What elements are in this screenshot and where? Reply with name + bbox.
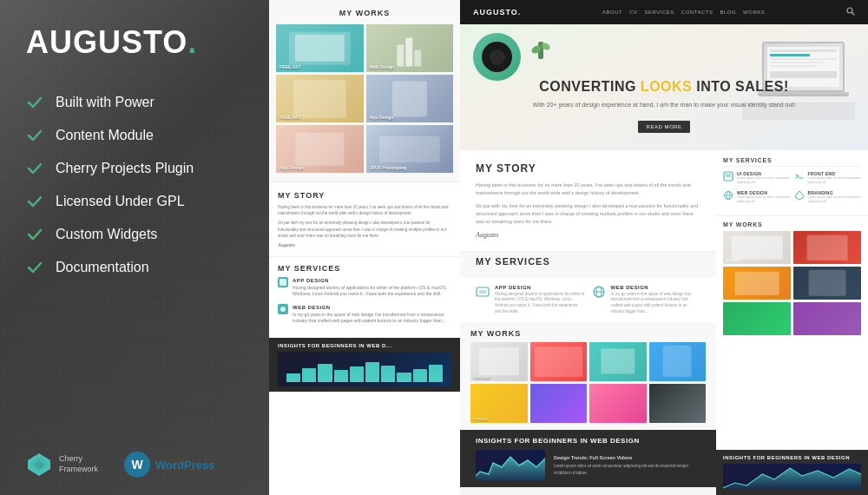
insights-content: Design Trends: Full Screen Videos Lorem … [476, 450, 700, 480]
web-design-icon [592, 285, 606, 299]
service-item-ui: UI DESIGN Lorem ipsum dolor sit amet con… [723, 171, 791, 186]
left-panel: AUGUSTO. Built with Power Content Modul [0, 0, 269, 495]
ui-design-icon [723, 171, 733, 182]
feature-label: Custom Widgets [56, 227, 157, 242]
story-right-section: MY STORY Having been in this business fo… [460, 150, 716, 251]
feature-item: Custom Widgets [26, 226, 243, 243]
mwrb-item [723, 267, 791, 300]
services-col-1: UI DESIGN Lorem ipsum dolor sit amet con… [723, 171, 791, 208]
frontend-desc: Lorem ipsum dolor sit amet consectetur a… [808, 176, 862, 186]
feature-label: Content Module [56, 128, 154, 143]
hero-cta-button[interactable]: READ MORE [638, 121, 691, 133]
work-label: App Design [370, 115, 394, 120]
check-icon [26, 259, 43, 276]
feature-item: Cherry Projects Plugin [26, 160, 243, 177]
hero-headline-text2: INTO SALES! [692, 79, 789, 94]
nav-link-services[interactable]: SERVICES [645, 10, 674, 15]
feature-label: Cherry Projects Plugin [56, 161, 194, 176]
work-right-label: FREE ART [474, 375, 491, 380]
insights-body: Lorem ipsum dolor sit amet consectetur a… [554, 464, 688, 474]
work-label: FREE ART [279, 115, 301, 120]
svg-rect-3 [279, 279, 286, 286]
services-mini-right: APP DESIGN Having designed dozens of app… [460, 278, 716, 322]
service-mini-item: APP DESIGN Having designed dozens of app… [278, 277, 451, 298]
mwrb-item [793, 231, 861, 264]
search-icon[interactable] [846, 7, 855, 17]
hero-headline-text1: CONVERTING [539, 79, 641, 94]
work-item: FREE ART [276, 75, 364, 122]
mwrb-item [723, 302, 791, 335]
story-body-1: Having been in this business for more th… [278, 204, 451, 216]
service-web-name: WEB DESIGN [611, 285, 701, 290]
services-mini-title: MY SERVICES [278, 264, 451, 273]
my-services-items: UI DESIGN Lorem ipsum dolor sit amet con… [723, 171, 861, 208]
right-main-content: MY STORY Having been in this business fo… [460, 150, 868, 495]
my-works-right-box: MY WORKS STYLES [716, 216, 868, 450]
insights-subtitle: Design Trends: Full Screen Videos [554, 454, 700, 462]
work-label: App Design [279, 165, 304, 170]
work-right-item [530, 342, 588, 381]
bottom-logos: Cherry Framework W WordPress [26, 452, 243, 478]
insights-bottom-right: INSIGHTS FOR BEGINNERS IN WEB DESIGN [716, 450, 868, 495]
svg-rect-8 [479, 290, 486, 294]
wordpress-logo: W WordPress [124, 452, 214, 478]
work-label: FREE ART [279, 64, 301, 69]
insights-section: INSIGHTS FOR BEGINNERS IN WEB DESIGN [460, 430, 716, 487]
cherry-name: Cherry Framework [59, 454, 98, 474]
feature-label: Documentation [56, 260, 149, 275]
coffee-cup-decoration [473, 33, 521, 81]
service-item-web: WEB DESIGN Lorem ipsum dolor sit amet co… [723, 190, 791, 205]
works-section: MY WORKS FREE ART Web Design [269, 0, 460, 182]
story-body-2: On par with my love for an extremely ple… [476, 202, 700, 227]
mwrb-item [793, 302, 861, 335]
story-heading: MY STORY [476, 162, 700, 175]
svg-marker-18 [795, 191, 804, 200]
app-design-icon [278, 277, 288, 287]
logo-name: AUGUSTO [26, 24, 187, 60]
work-item: Web Design [366, 24, 454, 72]
hero-text-area: CONVERTING LOOKS INTO SALES! With 20+ ye… [460, 79, 868, 133]
svg-line-6 [852, 13, 854, 16]
my-works-right-title: MY WORKS [723, 221, 861, 228]
services-col-2: FRONT END Lorem ipsum dolor sit amet con… [794, 171, 862, 208]
check-icon [26, 94, 43, 111]
nav-link-cv[interactable]: CV [629, 10, 637, 15]
work-item: App Design [366, 75, 454, 122]
feature-label: Licensed Under GPL [56, 194, 185, 209]
nav-link-about[interactable]: ABOUT [602, 10, 622, 15]
service-app-name: APP DESIGN [495, 285, 585, 290]
works-right-title: MY WORKS [470, 329, 706, 338]
ibr-chart [723, 464, 861, 490]
nav-link-contacts[interactable]: CONTACTS [681, 10, 713, 15]
work-item: UI/UX Prototyping [366, 125, 454, 173]
svg-point-4 [280, 307, 286, 312]
site-nav: AUGUSTO. ABOUT CV SERVICES CONTACTS BLOG… [460, 0, 868, 24]
service-app-desc: Having designed dozens of applications f… [495, 292, 585, 315]
work-right-item [589, 384, 647, 423]
cherry-framework-logo: Cherry Framework [26, 452, 98, 478]
service-item-branding: BRANDING Lorem ipsum dolor sit amet cons… [794, 190, 862, 205]
nav-link-works[interactable]: WORKS [743, 10, 765, 15]
work-right-item: FREE ART [470, 342, 528, 381]
web-design-small-icon [723, 190, 733, 201]
nav-link-blog[interactable]: BLOG [720, 10, 736, 15]
wp-icon: W [124, 452, 150, 478]
service-mini-item: WEB DESIGN In my go years in the space o… [278, 304, 451, 325]
check-icon [26, 226, 43, 243]
work-right-item [530, 384, 588, 423]
check-icon [26, 193, 43, 210]
my-services-box: MY SERVICES [716, 150, 868, 216]
works-right-grid: FREE ART [470, 342, 706, 423]
logo-dot: . [187, 24, 197, 60]
story-body-1: Having been in this business for no more… [476, 182, 700, 198]
hero-section: CONVERTING LOOKS INTO SALES! With 20+ ye… [460, 24, 868, 150]
check-icon [26, 160, 43, 177]
cherry-diamond-icon [26, 452, 52, 478]
service-card-app: APP DESIGN Having designed dozens of app… [476, 285, 585, 315]
service-mini-text: APP DESIGN Having designed dozens of app… [293, 277, 451, 298]
services-heading: MY SERVICES [476, 256, 700, 267]
work-right-item [649, 384, 707, 423]
story-title: MY STORY [278, 191, 451, 200]
services-mini-section: MY SERVICES APP DESIGN Having designed d… [269, 256, 460, 338]
feature-item: Licensed Under GPL [26, 193, 243, 210]
